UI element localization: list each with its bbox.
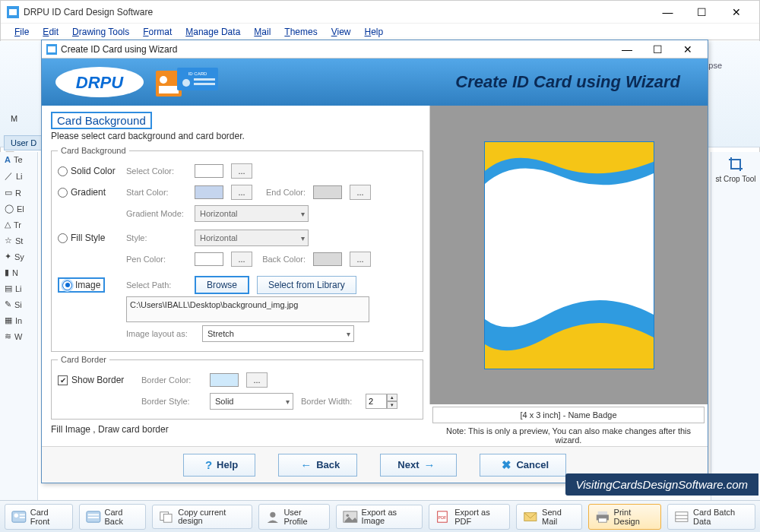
send-mail-button[interactable]: Send Mail	[516, 504, 582, 530]
copy-design-button[interactable]: Copy current design	[152, 505, 252, 529]
spinner-up[interactable]: ▴	[387, 394, 397, 401]
preview-note: Note: This is only a preview, You can al…	[429, 423, 708, 446]
svg-rect-9	[159, 86, 179, 93]
solid-color-swatch[interactable]	[195, 164, 223, 178]
tool-rectangle[interactable]: ▭R	[0, 185, 37, 201]
pen-color-swatch[interactable]	[195, 252, 223, 266]
menu-view[interactable]: View	[325, 25, 357, 39]
border-color-picker-button[interactable]: ...	[246, 372, 268, 388]
show-border-label: Show Border	[71, 375, 124, 385]
tool-text[interactable]: ATe	[0, 152, 37, 167]
border-width-spinner[interactable]: ▴▾	[366, 394, 397, 409]
card-back-button[interactable]: Card Back	[79, 504, 147, 530]
svg-rect-20	[87, 514, 98, 515]
svg-point-26	[346, 514, 349, 517]
print-design-button[interactable]: Print Design	[588, 504, 661, 530]
image-layout-label: Image layout as:	[126, 329, 195, 338]
tool-line[interactable]: ／Li	[0, 167, 37, 185]
menu-mail[interactable]: Mail	[248, 25, 277, 39]
menu-help[interactable]: Help	[359, 25, 390, 39]
solid-color-picker-button[interactable]: ...	[231, 163, 252, 179]
help-icon: ?	[205, 458, 212, 471]
svg-rect-32	[598, 518, 606, 521]
border-width-label: Border Width:	[301, 397, 358, 406]
menu-themes[interactable]: Themes	[278, 25, 323, 39]
gradient-mode-label: Gradient Mode:	[126, 209, 187, 218]
cancel-button[interactable]: ✖Cancel	[480, 454, 566, 477]
radio-fill-style[interactable]	[58, 233, 68, 243]
next-button[interactable]: Next→	[380, 454, 457, 477]
card-front-icon	[11, 510, 27, 524]
svg-rect-21	[87, 517, 98, 518]
menu-file[interactable]: File	[8, 25, 35, 39]
help-button[interactable]: ?Help	[183, 454, 255, 477]
image-path-field[interactable]: C:\Users\IBALL\Desktop\background_img.jp…	[126, 296, 369, 322]
tool-ellipse[interactable]: ◯El	[0, 201, 37, 217]
wizard-maximize-button[interactable]: ☐	[642, 41, 673, 58]
tool-triangle[interactable]: △Tr	[0, 217, 37, 233]
menu-edit[interactable]: Edit	[36, 25, 65, 39]
export-pdf-button[interactable]: PDFExport as PDF	[429, 504, 510, 530]
tool-library[interactable]: ▤Li	[0, 280, 37, 296]
gradient-mode-select[interactable]: Horizontal	[195, 205, 309, 222]
id-cards-icon: ID CARD	[154, 65, 223, 100]
cancel-icon: ✖	[502, 458, 511, 472]
card-front-button[interactable]: Card Front	[5, 504, 73, 530]
radio-image[interactable]	[62, 280, 72, 290]
show-border-checkbox[interactable]: ✔	[58, 375, 68, 385]
maximize-button[interactable]: ☐	[685, 1, 719, 24]
menu-manage-data[interactable]: Manage Data	[179, 25, 246, 39]
border-color-swatch[interactable]	[210, 373, 239, 387]
border-style-select[interactable]: Solid	[210, 393, 293, 410]
svg-point-24	[270, 511, 275, 517]
pen-color-picker-button[interactable]: ...	[231, 252, 252, 267]
close-button[interactable]: ✕	[719, 1, 753, 24]
menu-drawing-tools[interactable]: Drawing Tools	[66, 25, 135, 39]
tool-symbol[interactable]: ✦Sy	[0, 249, 37, 264]
wizard-header: DRPU ID CARD Create ID Card using Wizard	[42, 59, 708, 106]
user-details-tab[interactable]: User D	[4, 135, 43, 150]
mail-icon	[523, 510, 538, 524]
wizard-title: Create ID Card using Wizard	[61, 44, 612, 55]
gradient-start-picker-button[interactable]: ...	[231, 185, 252, 200]
gradient-start-swatch[interactable]	[195, 185, 223, 199]
radio-gradient[interactable]	[58, 188, 68, 198]
back-color-swatch[interactable]	[313, 252, 342, 266]
export-image-button[interactable]: Export as Image	[336, 505, 423, 529]
spinner-down[interactable]: ▾	[387, 401, 397, 409]
section-subtitle: Please select card background and card b…	[51, 131, 423, 141]
radio-gradient-label: Gradient	[71, 187, 106, 198]
card-batch-data-button[interactable]: Card Batch Data	[667, 504, 755, 530]
tool-w[interactable]: ≋W	[0, 328, 37, 344]
image-layout-select[interactable]: Stretch	[202, 325, 354, 342]
tool-signature[interactable]: ✎Si	[0, 296, 37, 312]
card-border-legend: Card Border	[58, 355, 109, 364]
svg-point-16	[14, 513, 18, 517]
wizard-heading: Create ID Card using Wizard	[223, 72, 695, 92]
border-color-label: Border Color:	[141, 375, 202, 385]
select-from-library-button[interactable]: Select from Library	[257, 276, 356, 294]
browse-button[interactable]: Browse	[195, 276, 249, 294]
wizard-minimize-button[interactable]: —	[612, 41, 642, 58]
minimize-button[interactable]: —	[651, 1, 685, 24]
batch-icon	[674, 510, 689, 524]
gradient-end-swatch[interactable]	[313, 185, 342, 199]
wizard-close-button[interactable]: ✕	[673, 41, 703, 58]
svg-rect-17	[20, 514, 25, 515]
back-color-picker-button[interactable]: ...	[350, 252, 371, 267]
wizard-icon	[46, 44, 57, 55]
radio-solid-label: Solid Color	[71, 166, 116, 176]
back-button[interactable]: ←Back	[278, 454, 357, 477]
user-profile-button[interactable]: User Profile	[258, 504, 330, 530]
tool-insert[interactable]: ▦In	[0, 312, 37, 328]
tool-n[interactable]: ▮N	[0, 264, 37, 280]
menu-format[interactable]: Format	[137, 25, 178, 39]
tool-star[interactable]: ☆St	[0, 233, 37, 249]
gradient-end-picker-button[interactable]: ...	[350, 185, 371, 200]
crop-icon[interactable]	[728, 157, 743, 172]
radio-solid-color[interactable]	[58, 166, 68, 176]
fill-style-select[interactable]: Horizontal	[195, 230, 309, 246]
border-width-input[interactable]	[366, 394, 387, 409]
svg-point-12	[182, 79, 190, 87]
bottom-toolbar: Card Front Card Back Copy current design…	[0, 500, 760, 532]
